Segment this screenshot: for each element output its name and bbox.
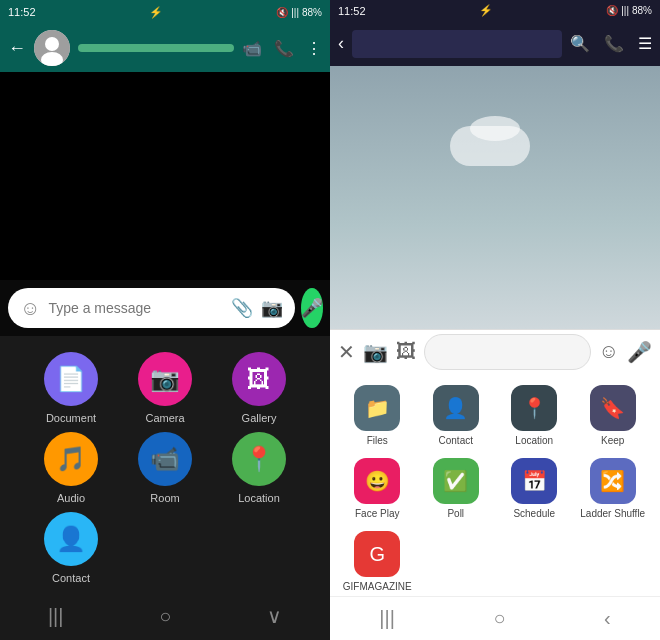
left-panel: 11:52 ⚡ 🔇 ||| 88% ← 📹 📞 ⋮ ☺ 📎 📷 🎤 — [0, 0, 330, 640]
right-nav-back[interactable]: ‹ — [604, 607, 611, 630]
right-menu-icon[interactable]: ☰ — [638, 34, 652, 53]
left-attach-gallery[interactable]: 🖼 Gallery — [232, 352, 286, 424]
right-time: 11:52 — [338, 5, 366, 17]
keep-right-label: Keep — [601, 435, 624, 446]
right-attachment-grid: 📁 Files 👤 Contact 📍 Location 🔖 Keep 😀 Fa… — [338, 385, 652, 592]
right-close-icon[interactable]: ✕ — [338, 340, 355, 364]
left-contact-name — [78, 44, 234, 52]
mic-button[interactable]: 🎤 — [301, 288, 323, 328]
right-panel: 11:52 ⚡ 🔇 ||| 88% ‹ 🔍 📞 ☰ ✕ 📷 🖼 ☺ 🎤 — [330, 0, 660, 640]
right-attach-keep[interactable]: 🔖 Keep — [590, 385, 636, 446]
right-header: ‹ 🔍 📞 ☰ — [330, 22, 660, 66]
menu-icon[interactable]: ⋮ — [306, 39, 322, 58]
left-status-dot: ⚡ — [149, 6, 163, 19]
left-time: 11:52 — [8, 6, 36, 18]
schedule-right-icon: 📅 — [511, 458, 557, 504]
right-nav-bars[interactable]: ||| — [379, 607, 395, 630]
right-phone-icon[interactable]: 📞 — [604, 34, 624, 53]
keep-right-icon: 🔖 — [590, 385, 636, 431]
left-video-area — [0, 72, 330, 280]
left-header-icons: 📹 📞 ⋮ — [242, 39, 322, 58]
schedule-right-label: Schedule — [513, 508, 555, 519]
left-nav-bar: ||| ○ ∨ — [0, 592, 330, 640]
mic-icon: 🎤 — [301, 297, 323, 319]
left-attach-contact[interactable]: 👤 Contact — [44, 512, 98, 584]
left-signal-icon: ||| — [291, 7, 299, 18]
right-header-icons: 🔍 📞 ☰ — [570, 34, 652, 53]
audio-label: Audio — [57, 492, 85, 504]
location-right-icon: 📍 — [511, 385, 557, 431]
laddershuffle-right-label: Ladder Shuffle — [580, 508, 645, 519]
left-message-input-box[interactable]: ☺ 📎 📷 — [8, 288, 295, 328]
right-search-icon[interactable]: 🔍 — [570, 34, 590, 53]
camera-input-icon[interactable]: 📷 — [261, 297, 283, 319]
right-mic-icon[interactable]: 🎤 — [627, 340, 652, 364]
left-attach-audio[interactable]: 🎵 Audio — [44, 432, 98, 504]
right-camera-icon[interactable]: 📷 — [363, 340, 388, 364]
right-attach-poll[interactable]: ✅ Poll — [433, 458, 479, 519]
left-nav-down[interactable]: ∨ — [267, 604, 282, 628]
left-back-button[interactable]: ← — [8, 38, 26, 59]
faceplay-right-icon: 😀 — [354, 458, 400, 504]
location-right-label: Location — [515, 435, 553, 446]
right-attach-contact[interactable]: 👤 Contact — [433, 385, 479, 446]
left-volume-icon: 🔇 — [276, 7, 288, 18]
gifmagazine-right-label: GIFMAGAZINE — [343, 581, 412, 592]
right-attach-files[interactable]: 📁 Files — [354, 385, 400, 446]
location-label: Location — [238, 492, 280, 504]
video-call-icon[interactable]: 📹 — [242, 39, 262, 58]
right-emoji-icon[interactable]: ☺ — [599, 340, 619, 363]
right-title-bar — [352, 30, 562, 58]
poll-right-label: Poll — [447, 508, 464, 519]
left-message-input-area: ☺ 📎 📷 🎤 — [0, 280, 330, 336]
left-status-icons: 🔇 ||| 88% — [276, 7, 322, 18]
right-back-button[interactable]: ‹ — [338, 33, 344, 54]
left-attach-location[interactable]: 📍 Location — [232, 432, 286, 504]
room-label: Room — [150, 492, 179, 504]
left-attach-document[interactable]: 📄 Document — [44, 352, 98, 424]
sky-background — [330, 66, 660, 330]
contact-icon: 👤 — [44, 512, 98, 566]
document-icon: 📄 — [44, 352, 98, 406]
gifmagazine-right-icon: G — [354, 531, 400, 577]
files-right-icon: 📁 — [354, 385, 400, 431]
right-nav-bar: ||| ○ ‹ — [330, 596, 660, 640]
location-icon: 📍 — [232, 432, 286, 486]
gallery-icon: 🖼 — [232, 352, 286, 406]
right-chat-image — [330, 66, 660, 330]
right-attachment-menu: 📁 Files 👤 Contact 📍 Location 🔖 Keep 😀 Fa… — [330, 373, 660, 596]
right-nav-home[interactable]: ○ — [493, 607, 505, 630]
left-status-bar: 11:52 ⚡ 🔇 ||| 88% — [0, 0, 330, 24]
left-attachment-menu: 📄 Document 📷 Camera 🖼 Gallery 🎵 Audio 📹 … — [0, 336, 330, 592]
faceplay-right-label: Face Play — [355, 508, 399, 519]
right-status-bar: 11:52 ⚡ 🔇 ||| 88% — [330, 0, 660, 22]
right-attach-gifmagazine[interactable]: G GIFMAGAZINE — [343, 531, 412, 592]
attach-icon[interactable]: 📎 — [231, 297, 253, 319]
right-attach-laddershuffle[interactable]: 🔀 Ladder Shuffle — [580, 458, 645, 519]
right-signal-icon: ||| — [621, 5, 629, 16]
camera-icon: 📷 — [138, 352, 192, 406]
camera-label: Camera — [145, 412, 184, 424]
right-status-dot: ⚡ — [479, 4, 493, 17]
phone-call-icon[interactable]: 📞 — [274, 39, 294, 58]
right-input-toolbar: ✕ 📷 🖼 ☺ 🎤 — [330, 329, 660, 373]
left-attach-room[interactable]: 📹 Room — [138, 432, 192, 504]
right-battery: 88% — [632, 5, 652, 16]
contact-right-label: Contact — [439, 435, 473, 446]
right-attach-location[interactable]: 📍 Location — [511, 385, 557, 446]
right-input-bar[interactable] — [424, 334, 591, 370]
right-attach-faceplay[interactable]: 😀 Face Play — [354, 458, 400, 519]
contact-label: Contact — [52, 572, 90, 584]
left-attach-camera[interactable]: 📷 Camera — [138, 352, 192, 424]
right-attach-schedule[interactable]: 📅 Schedule — [511, 458, 557, 519]
poll-right-icon: ✅ — [433, 458, 479, 504]
left-nav-bars[interactable]: ||| — [48, 605, 64, 628]
left-nav-home[interactable]: ○ — [159, 605, 171, 628]
left-attachment-grid: 📄 Document 📷 Camera 🖼 Gallery 🎵 Audio 📹 … — [24, 352, 306, 584]
left-avatar[interactable] — [34, 30, 70, 66]
contact-right-icon: 👤 — [433, 385, 479, 431]
message-input[interactable] — [48, 300, 223, 316]
right-volume-icon: 🔇 — [606, 5, 618, 16]
emoji-icon[interactable]: ☺ — [20, 297, 40, 320]
right-image-icon[interactable]: 🖼 — [396, 340, 416, 363]
